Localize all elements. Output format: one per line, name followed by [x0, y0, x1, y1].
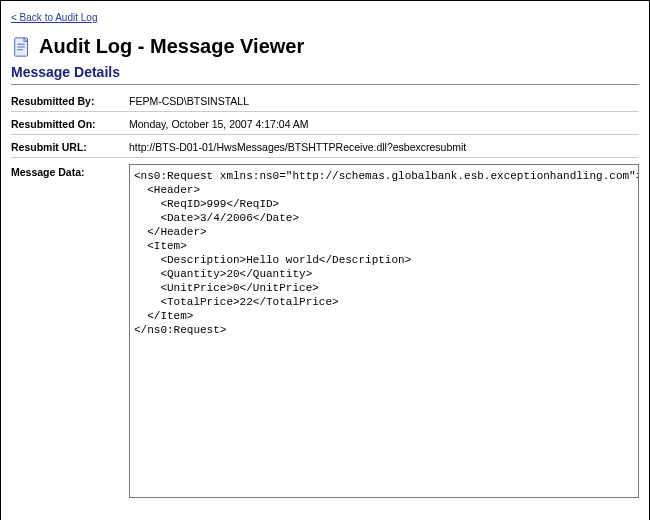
- message-data-wrap: [129, 164, 639, 500]
- label-resubmitted-by: Resubmitted By:: [11, 95, 129, 107]
- title-row: Audit Log - Message Viewer: [11, 35, 639, 58]
- row-message-data: Message Data:: [11, 158, 639, 500]
- row-resubmit-url: Resubmit URL: http://BTS-D01-01/HwsMessa…: [11, 135, 639, 158]
- page-title: Audit Log - Message Viewer: [39, 35, 304, 58]
- label-message-data: Message Data:: [11, 164, 129, 178]
- back-to-audit-log-link[interactable]: < Back to Audit Log: [11, 12, 97, 23]
- row-resubmitted-on: Resubmitted On: Monday, October 15, 2007…: [11, 112, 639, 135]
- label-resubmit-url: Resubmit URL:: [11, 141, 129, 153]
- section-title: Message Details: [11, 64, 639, 85]
- value-resubmit-url: http://BTS-D01-01/HwsMessages/BTSHTTPRec…: [129, 141, 639, 153]
- viewer-frame: < Back to Audit Log Audit Log - Message …: [0, 0, 650, 520]
- message-data-textarea[interactable]: [129, 164, 639, 498]
- row-resubmitted-by: Resubmitted By: FEPM-CSD\BTSINSTALL: [11, 89, 639, 112]
- label-resubmitted-on: Resubmitted On:: [11, 118, 129, 130]
- document-icon: [11, 36, 33, 58]
- value-resubmitted-on: Monday, October 15, 2007 4:17:04 AM: [129, 118, 639, 130]
- value-resubmitted-by: FEPM-CSD\BTSINSTALL: [129, 95, 639, 107]
